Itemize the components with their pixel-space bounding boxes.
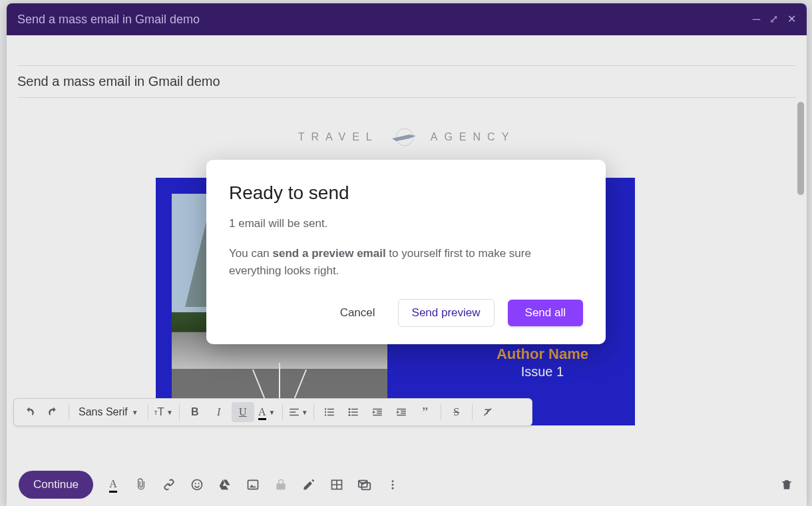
font-select[interactable]: Sans Serif ▼ bbox=[73, 406, 144, 418]
svg-rect-7 bbox=[248, 480, 258, 489]
continue-button[interactable]: Continue bbox=[19, 471, 93, 499]
brand-right: AGENCY bbox=[431, 131, 516, 143]
svg-point-6 bbox=[198, 483, 199, 484]
compose-bottombar: Continue A bbox=[7, 463, 807, 506]
strikethrough-icon[interactable]: S bbox=[445, 402, 468, 422]
quote-icon[interactable]: ” bbox=[414, 402, 437, 422]
compose-titlebar: Send a mass email in Gmail demo ─ ⤢ ✕ bbox=[7, 3, 807, 35]
svg-point-3 bbox=[348, 414, 350, 416]
link-icon[interactable] bbox=[161, 477, 177, 493]
align-icon[interactable]: ▼ bbox=[287, 402, 309, 422]
layout-icon[interactable] bbox=[329, 477, 345, 493]
popout-icon[interactable]: ⤢ bbox=[769, 14, 778, 25]
author-name: Author Name bbox=[497, 346, 588, 363]
underline-icon[interactable]: U bbox=[232, 402, 254, 422]
font-name: Sans Serif bbox=[79, 406, 128, 418]
recipients-row[interactable] bbox=[17, 35, 796, 66]
close-icon[interactable]: ✕ bbox=[787, 14, 796, 25]
svg-point-5 bbox=[194, 483, 196, 484]
mail-merge-icon[interactable] bbox=[357, 477, 373, 493]
plane-icon bbox=[389, 128, 420, 146]
image-icon[interactable] bbox=[245, 477, 261, 493]
clear-formatting-icon[interactable] bbox=[477, 402, 499, 422]
app-root: Send a mass email in Gmail demo ─ ⤢ ✕ Se… bbox=[0, 0, 812, 506]
bulleted-list-icon[interactable] bbox=[342, 402, 365, 422]
compose-title: Send a mass email in Gmail demo bbox=[17, 13, 200, 27]
drive-icon[interactable] bbox=[217, 477, 233, 493]
confidential-icon[interactable] bbox=[273, 477, 289, 493]
brand-left: TRAVEL bbox=[298, 131, 379, 143]
ready-to-send-dialog: Ready to send 1 email will be sent. You … bbox=[206, 160, 606, 344]
cancel-button[interactable]: Cancel bbox=[331, 300, 385, 326]
trash-icon[interactable] bbox=[779, 477, 795, 493]
send-preview-button[interactable]: Send preview bbox=[398, 299, 495, 327]
redo-icon[interactable] bbox=[42, 402, 65, 422]
dialog-title: Ready to send bbox=[229, 182, 583, 204]
dialog-line2: You can send a preview email to yourself… bbox=[229, 245, 583, 279]
svg-point-4 bbox=[192, 480, 202, 490]
italic-icon[interactable]: I bbox=[208, 402, 230, 422]
more-icon[interactable] bbox=[385, 477, 401, 493]
pen-icon[interactable] bbox=[301, 477, 317, 493]
svg-point-13 bbox=[392, 487, 394, 489]
subject-text: Send a mass email in Gmail demo bbox=[17, 74, 220, 89]
svg-point-12 bbox=[392, 484, 394, 486]
emoji-icon[interactable] bbox=[189, 477, 205, 493]
subject-row[interactable]: Send a mass email in Gmail demo bbox=[17, 66, 796, 98]
format-toolbar: Sans Serif ▼ тT ▼ B I U A▼ ▼ bbox=[13, 398, 532, 426]
window-controls: ─ ⤢ ✕ bbox=[753, 14, 796, 25]
format-a-icon[interactable]: A bbox=[105, 477, 121, 493]
brand-logo: TRAVEL AGENCY bbox=[7, 128, 807, 146]
indent-more-icon[interactable] bbox=[390, 402, 413, 422]
minimize-icon[interactable]: ─ bbox=[753, 14, 760, 25]
dialog-line1: 1 email will be sent. bbox=[229, 217, 583, 230]
numbered-list-icon[interactable] bbox=[318, 402, 341, 422]
send-all-button[interactable]: Send all bbox=[508, 300, 583, 326]
bold-icon[interactable]: B bbox=[184, 402, 206, 422]
text-color-icon[interactable]: A▼ bbox=[256, 402, 278, 422]
attach-icon[interactable] bbox=[133, 477, 149, 493]
caret-down-icon: ▼ bbox=[132, 409, 138, 416]
font-size-icon[interactable]: тT ▼ bbox=[152, 402, 175, 422]
dialog-actions: Cancel Send preview Send all bbox=[229, 299, 583, 327]
svg-point-2 bbox=[348, 411, 350, 413]
indent-less-icon[interactable] bbox=[366, 402, 389, 422]
svg-point-11 bbox=[392, 480, 394, 482]
svg-point-1 bbox=[348, 408, 350, 410]
scrollbar-thumb[interactable] bbox=[797, 102, 804, 195]
undo-icon[interactable] bbox=[18, 402, 41, 422]
newsletter-meta: Author Name Issue 1 bbox=[497, 346, 588, 380]
issue-label: Issue 1 bbox=[497, 364, 588, 380]
